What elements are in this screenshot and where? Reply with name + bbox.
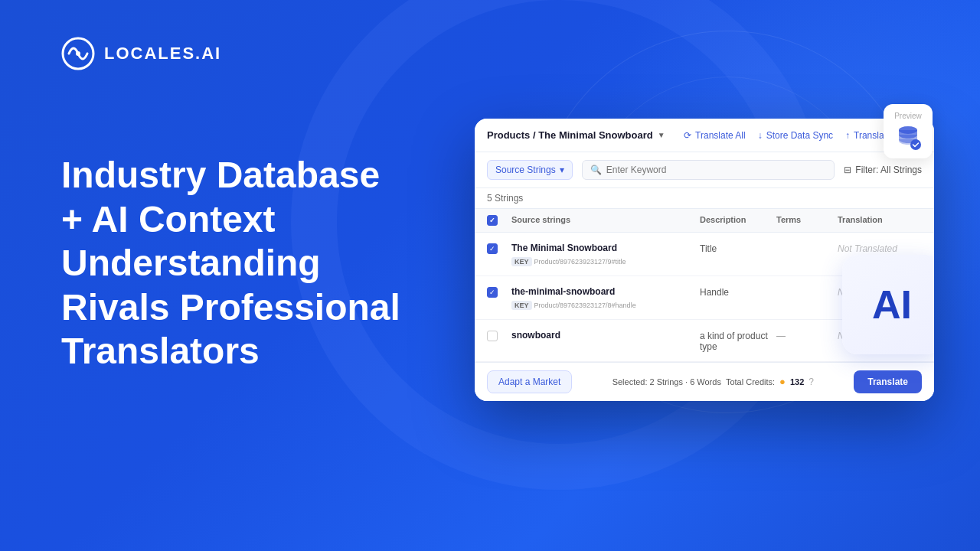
- logo-area: LOCALES.AI: [61, 37, 221, 70]
- th-checkbox: ✓: [487, 215, 511, 226]
- window-header: Products / The Minimal Snowboard ▼ ⟳ Tra…: [475, 119, 934, 152]
- upload-icon: ↑: [845, 130, 850, 141]
- row1-key: KEY Product/897623923127/9#title: [511, 257, 700, 266]
- help-icon[interactable]: ?: [808, 377, 814, 387]
- hero-headline: Industry Database + AI Context Understan…: [61, 153, 444, 373]
- dropdown-icon: ▾: [560, 165, 564, 175]
- row3-terms: —: [776, 329, 838, 341]
- row3-description: a kind of product type: [700, 329, 776, 352]
- row2-checkbox-col: ✓: [487, 285, 511, 298]
- row1-description: Title: [700, 242, 776, 254]
- row2-checkbox[interactable]: ✓: [487, 287, 498, 298]
- source-strings-button[interactable]: Source Strings ▾: [487, 160, 573, 180]
- store-data-sync-button[interactable]: ↓ Store Data Sync: [758, 130, 833, 141]
- toolbar: Source Strings ▾ 🔍 ⊟ Filter: All Strings: [475, 152, 934, 188]
- chevron-down-icon: ▼: [658, 131, 665, 139]
- table-wrapper: ✓ Source strings Description Terms Trans…: [475, 209, 934, 362]
- row1-terms: [776, 242, 838, 243]
- preview-panel: Preview: [884, 104, 933, 158]
- selected-info: Selected: 2 Strings · 6 Words: [612, 377, 721, 386]
- adapt-market-button[interactable]: Adapt a Market: [487, 370, 572, 393]
- ai-label: AI: [872, 282, 912, 328]
- logo-text: LOCALES.AI: [104, 44, 221, 64]
- hero-text: Industry Database + AI Context Understan…: [61, 153, 444, 373]
- search-box: 🔍: [582, 160, 835, 180]
- translate-icon: ⟳: [684, 130, 691, 141]
- row3-checkbox-col: [487, 329, 511, 341]
- search-input[interactable]: [606, 165, 827, 175]
- filter-button[interactable]: ⊟ Filter: All Strings: [844, 165, 922, 175]
- row1-translation: Not Translated: [838, 242, 922, 254]
- string-count: 5 Strings: [475, 188, 934, 209]
- th-description: Description: [700, 215, 776, 226]
- ai-overlay-card: AI: [842, 255, 934, 354]
- search-icon: 🔍: [590, 165, 602, 175]
- footer-bar: Adapt a Market Selected: 2 Strings · 6 W…: [475, 362, 934, 401]
- row3-checkbox[interactable]: [487, 331, 498, 341]
- row3-source: snowboard: [511, 329, 700, 342]
- preview-label: Preview: [894, 112, 922, 120]
- translate-all-button[interactable]: ⟳ Translate All: [684, 130, 746, 141]
- breadcrumb[interactable]: Products / The Minimal Snowboard ▼: [487, 129, 665, 141]
- svg-point-3: [910, 139, 921, 150]
- row2-source: the-minimal-snowboard KEY Product/897623…: [511, 285, 700, 310]
- th-source-strings: Source strings: [511, 215, 700, 226]
- table-header: ✓ Source strings Description Terms Trans…: [475, 209, 934, 233]
- breadcrumb-text: Products / The Minimal Snowboard: [487, 129, 653, 141]
- sync-icon: ↓: [758, 130, 763, 141]
- row1-source: The Minimal Snowboard KEY Product/897623…: [511, 242, 700, 266]
- filter-icon: ⊟: [844, 165, 851, 175]
- translate-button[interactable]: Translate: [854, 370, 922, 393]
- footer-info: Selected: 2 Strings · 6 Words Total Cred…: [612, 376, 814, 387]
- credits-icon: ●: [779, 376, 786, 387]
- row2-terms: [776, 285, 838, 287]
- database-icon: [894, 123, 922, 151]
- svg-point-1: [76, 51, 80, 56]
- row2-key: KEY Product/897623923127/8#handle: [511, 301, 700, 310]
- th-translation: Translation: [838, 215, 922, 226]
- row1-checkbox-col: ✓: [487, 242, 511, 254]
- credits-label: Total Credits:: [726, 377, 775, 386]
- row2-description: Handle: [700, 285, 776, 298]
- credits-count: 132: [790, 377, 804, 386]
- select-all-checkbox[interactable]: ✓: [487, 215, 498, 226]
- row1-checkbox[interactable]: ✓: [487, 243, 498, 254]
- logo-icon: [61, 37, 95, 70]
- th-terms: Terms: [776, 215, 838, 226]
- app-window: Products / The Minimal Snowboard ▼ ⟳ Tra…: [475, 119, 934, 401]
